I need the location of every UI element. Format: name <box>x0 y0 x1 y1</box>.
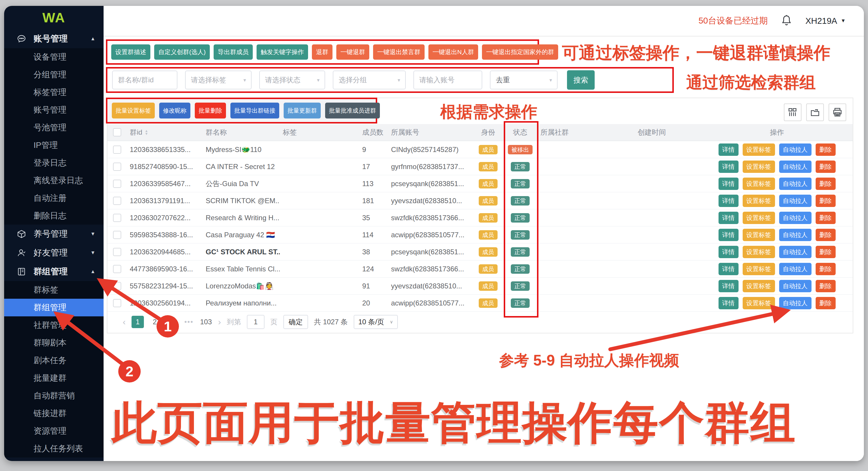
row-checkbox[interactable] <box>113 163 121 171</box>
row-action-删除[interactable]: 删除 <box>816 229 836 241</box>
sidebar-item-号池管理[interactable]: 号池管理 <box>4 119 103 136</box>
prev-page-icon[interactable]: ‹ <box>123 317 126 327</box>
row-checkbox[interactable] <box>113 180 121 188</box>
row-action-设置标签[interactable]: 设置标签 <box>743 161 775 173</box>
sidebar-item-标签管理[interactable]: 标签管理 <box>4 83 103 101</box>
row-action-自动拉人[interactable]: 自动拉人 <box>779 246 811 258</box>
page-number-1[interactable]: 1 <box>131 316 144 328</box>
row-action-详情[interactable]: 详情 <box>718 297 739 309</box>
row-action-自动拉人[interactable]: 自动拉人 <box>779 280 811 292</box>
filter-select-请选择状态[interactable]: 请选择状态▼ <box>259 71 325 89</box>
row-action-删除[interactable]: 删除 <box>816 297 836 309</box>
sidebar-item-批量建群[interactable]: 批量建群 <box>4 369 103 387</box>
batch-button-批量批准成员进群[interactable]: 批量批准成员进群 <box>325 103 380 119</box>
row-action-详情[interactable]: 详情 <box>718 143 739 156</box>
batch-button-批量设置标签[interactable]: 批量设置标签 <box>112 103 155 119</box>
row-action-自动拉人[interactable]: 自动拉人 <box>779 195 811 207</box>
row-checkbox[interactable] <box>113 197 121 205</box>
row-action-自动拉人[interactable]: 自动拉人 <box>779 177 811 190</box>
row-action-自动拉人[interactable]: 自动拉人 <box>779 143 811 156</box>
row-checkbox[interactable] <box>113 282 121 290</box>
row-action-自动拉人[interactable]: 自动拉人 <box>779 161 811 173</box>
sidebar-item-群组管理[interactable]: 群组管理 <box>4 299 103 316</box>
filter-select-选择分组[interactable]: 选择分组▼ <box>333 71 406 89</box>
batch-button-批量导出群链接[interactable]: 批量导出群链接 <box>230 103 279 119</box>
row-action-详情[interactable]: 详情 <box>718 195 739 207</box>
row-action-设置标签[interactable]: 设置标签 <box>743 195 775 207</box>
row-action-设置标签[interactable]: 设置标签 <box>743 212 775 224</box>
batch-button-修改昵称[interactable]: 修改昵称 <box>159 103 190 119</box>
page-number-103[interactable]: 103 <box>200 316 212 328</box>
confirm-page-button[interactable]: 确定 <box>283 315 308 329</box>
row-action-详情[interactable]: 详情 <box>718 177 739 190</box>
row-checkbox[interactable] <box>113 265 121 273</box>
columns-icon[interactable] <box>784 103 802 121</box>
row-action-设置标签[interactable]: 设置标签 <box>743 229 775 241</box>
sidebar-item-社群管理[interactable]: 社群管理 <box>4 316 103 334</box>
export-icon[interactable] <box>806 103 824 121</box>
sidebar-item-删除日志[interactable]: 删除日志 <box>4 207 103 225</box>
row-action-自动拉人[interactable]: 自动拉人 <box>779 212 811 224</box>
toolbar-button-一键退出指定国家外的群[interactable]: 一键退出指定国家外的群 <box>482 44 558 60</box>
row-action-设置标签[interactable]: 设置标签 <box>743 143 775 156</box>
row-action-设置标签[interactable]: 设置标签 <box>743 177 775 190</box>
row-action-删除[interactable]: 删除 <box>816 263 836 275</box>
filter-select-去重[interactable]: 去重▼ <box>490 71 558 89</box>
row-action-删除[interactable]: 删除 <box>816 143 836 156</box>
filter-input-请输入账号[interactable]: 请输入账号 <box>413 71 482 89</box>
sidebar-item-资源管理[interactable]: 资源管理 <box>4 422 103 440</box>
row-action-自动拉人[interactable]: 自动拉人 <box>779 297 811 309</box>
sidebar-item-拉人任务列表[interactable]: 拉人任务列表 <box>4 440 103 458</box>
search-button[interactable]: 搜索 <box>567 70 595 90</box>
sidebar-item-链接进群[interactable]: 链接进群 <box>4 405 103 422</box>
row-checkbox[interactable] <box>113 214 121 222</box>
sidebar-item-登录日志[interactable]: 登录日志 <box>4 154 103 172</box>
row-action-详情[interactable]: 详情 <box>718 246 739 258</box>
sidebar-item-自动群营销[interactable]: 自动群营销 <box>4 387 103 405</box>
filter-select-请选择标签[interactable]: 请选择标签▼ <box>185 71 252 89</box>
toolbar-button-导出群成员[interactable]: 导出群成员 <box>214 44 253 60</box>
toolbar-button-自定义创群(选人)[interactable]: 自定义创群(选人) <box>154 44 210 60</box>
printer-icon[interactable] <box>829 103 846 121</box>
sidebar-item-设备管理[interactable]: 设备管理 <box>4 48 103 66</box>
toolbar-button-退群[interactable]: 退群 <box>312 44 333 60</box>
row-action-设置标签[interactable]: 设置标签 <box>743 246 775 258</box>
toolbar-button-触发关键字操作[interactable]: 触发关键字操作 <box>256 44 308 60</box>
header-group-id[interactable]: 群id ▲▼ <box>127 128 203 137</box>
row-checkbox[interactable] <box>113 145 121 154</box>
account-menu[interactable]: XH219A ▼ <box>805 16 846 26</box>
sidebar-group-养号管理[interactable]: 养号管理▼ <box>4 225 103 243</box>
sidebar-item-群标签[interactable]: 群标签 <box>4 281 103 299</box>
batch-button-批量更新群[interactable]: 批量更新群 <box>284 103 321 119</box>
sidebar-group-群组管理[interactable]: 群组管理▲ <box>4 262 103 281</box>
row-action-设置标签[interactable]: 设置标签 <box>743 280 775 292</box>
sidebar-item-分组管理[interactable]: 分组管理 <box>4 66 103 83</box>
row-action-删除[interactable]: 删除 <box>816 212 836 224</box>
toolbar-button-一键退出禁言群[interactable]: 一键退出禁言群 <box>373 44 425 60</box>
row-checkbox[interactable] <box>113 248 121 256</box>
row-action-详情[interactable]: 详情 <box>718 263 739 275</box>
sidebar-item-账号管理[interactable]: 账号管理 <box>4 101 103 119</box>
sidebar-item-自动注册[interactable]: 自动注册 <box>4 189 103 207</box>
toolbar-button-一键退出N人群[interactable]: 一键退出N人群 <box>428 44 478 60</box>
row-checkbox[interactable] <box>113 299 121 307</box>
goto-page-input[interactable]: 1 <box>247 315 265 329</box>
row-action-设置标签[interactable]: 设置标签 <box>743 263 775 275</box>
row-action-自动拉人[interactable]: 自动拉人 <box>779 229 811 241</box>
sidebar-item-IP管理[interactable]: IP管理 <box>4 136 103 154</box>
toolbar-button-一键退群[interactable]: 一键退群 <box>336 44 369 60</box>
sidebar-item-剧本任务[interactable]: 剧本任务 <box>4 351 103 369</box>
row-action-删除[interactable]: 删除 <box>816 195 836 207</box>
sidebar-item-群聊剧本[interactable]: 群聊剧本 <box>4 334 103 351</box>
row-action-详情[interactable]: 详情 <box>718 280 739 292</box>
sort-icon[interactable]: ▲▼ <box>145 129 148 135</box>
next-page-icon[interactable]: › <box>218 317 221 327</box>
batch-button-批量删除[interactable]: 批量删除 <box>195 103 226 119</box>
row-action-自动拉人[interactable]: 自动拉人 <box>779 263 811 275</box>
row-checkbox[interactable] <box>113 231 121 239</box>
row-action-删除[interactable]: 删除 <box>816 246 836 258</box>
bell-icon[interactable] <box>781 14 792 27</box>
filter-input-群名称/群id[interactable]: 群名称/群id <box>112 71 178 89</box>
row-action-删除[interactable]: 删除 <box>816 280 836 292</box>
row-action-详情[interactable]: 详情 <box>718 229 739 241</box>
